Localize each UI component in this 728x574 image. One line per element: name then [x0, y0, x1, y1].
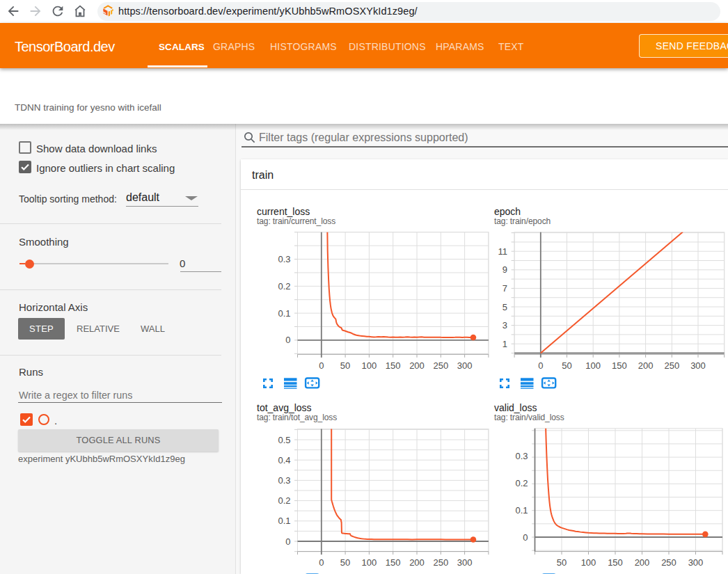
svg-text:50: 50 [562, 360, 571, 371]
svg-text:250: 250 [661, 557, 676, 568]
svg-text:0.3: 0.3 [278, 475, 290, 486]
svg-text:300: 300 [457, 557, 473, 568]
svg-text:0.3: 0.3 [278, 254, 290, 264]
svg-text:50: 50 [557, 557, 567, 568]
svg-text:5: 5 [503, 302, 507, 312]
svg-text:0: 0 [319, 557, 324, 568]
svg-text:9: 9 [503, 264, 507, 275]
svg-text:0.2: 0.2 [515, 478, 528, 488]
svg-text:0.2: 0.2 [278, 495, 290, 506]
svg-text:0.1: 0.1 [515, 505, 528, 516]
svg-text:0.1: 0.1 [278, 308, 290, 319]
svg-text:0: 0 [523, 532, 528, 543]
svg-text:100: 100 [362, 557, 377, 568]
svg-text:200: 200 [409, 360, 425, 371]
svg-text:0.3: 0.3 [515, 451, 528, 461]
svg-text:200: 200 [635, 557, 650, 568]
svg-text:100: 100 [581, 557, 596, 568]
svg-text:200: 200 [638, 360, 654, 371]
svg-text:3: 3 [503, 320, 507, 330]
svg-text:150: 150 [612, 360, 627, 371]
svg-text:0: 0 [538, 360, 543, 371]
svg-text:150: 150 [608, 557, 623, 568]
svg-text:50: 50 [340, 360, 350, 371]
svg-text:200: 200 [409, 557, 425, 568]
svg-text:250: 250 [433, 360, 448, 371]
svg-text:100: 100 [362, 360, 377, 371]
svg-text:300: 300 [690, 360, 706, 371]
svg-text:0.1: 0.1 [278, 516, 290, 526]
svg-text:0.2: 0.2 [278, 281, 290, 292]
svg-text:0.4: 0.4 [278, 455, 290, 465]
svg-text:0: 0 [285, 335, 290, 345]
svg-text:0: 0 [319, 360, 324, 371]
svg-text:100: 100 [585, 360, 601, 371]
svg-text:250: 250 [433, 557, 448, 568]
svg-text:7: 7 [503, 283, 507, 294]
svg-text:150: 150 [386, 360, 401, 371]
svg-text:300: 300 [688, 557, 704, 568]
svg-text:300: 300 [457, 360, 473, 371]
svg-text:0.5: 0.5 [278, 435, 290, 445]
svg-text:11: 11 [498, 246, 508, 257]
svg-text:150: 150 [386, 557, 401, 568]
svg-text:250: 250 [664, 360, 679, 371]
svg-text:1: 1 [503, 339, 507, 349]
svg-text:0: 0 [285, 536, 290, 547]
svg-text:50: 50 [340, 557, 350, 568]
